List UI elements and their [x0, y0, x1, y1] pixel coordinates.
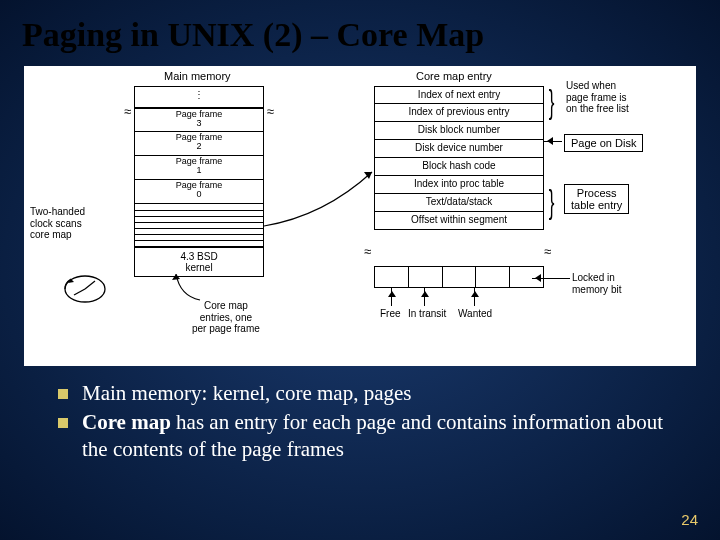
link-arrow-icon [264, 166, 376, 246]
mm-pf1: Page frame 1 [134, 156, 264, 180]
mm-pf0: Page frame 0 [134, 180, 264, 204]
cme-field: Text/data/stack [374, 194, 544, 212]
bit-intransit: In transit [408, 308, 446, 319]
cme-field: Block hash code [374, 158, 544, 176]
page-title: Paging in UNIX (2) – Core Map [0, 0, 720, 62]
bullet-item: Core map has an entry for each page and … [58, 409, 680, 463]
clock-icon [62, 272, 108, 306]
ann-clock: Two-handed clock scans core map [30, 206, 108, 241]
svg-marker-4 [172, 274, 180, 280]
core-map-entry-column: Index of next entry Index of previous en… [374, 86, 544, 230]
diagram-area: Main memory Core map entry ⋮ ≈≈ Page fra… [24, 66, 696, 366]
svg-line-1 [85, 281, 95, 289]
svg-line-2 [74, 289, 85, 295]
callout-page-on-disk: Page on Disk [564, 134, 643, 152]
bit-wanted: Wanted [458, 308, 492, 319]
cme-field: Index of next entry [374, 86, 544, 104]
cme-field: Offset within segment [374, 212, 544, 230]
mm-pf3: Page frame 3 [134, 108, 264, 132]
bullet-list: Main memory: kernel, core map, pages Cor… [0, 366, 720, 463]
bit-row [374, 266, 544, 288]
cme-field: Disk device number [374, 140, 544, 158]
cme-field: Index into proc table [374, 176, 544, 194]
callout-proc-table: Process table entry [564, 184, 629, 214]
bit-free: Free [380, 308, 401, 319]
cme-field: Index of previous entry [374, 104, 544, 122]
cme-field: Disk block number [374, 122, 544, 140]
bullet-icon [58, 418, 68, 428]
bullet-icon [58, 389, 68, 399]
bullet-item: Main memory: kernel, core map, pages [58, 380, 680, 407]
core-map-entry-header: Core map entry [416, 70, 492, 82]
mm-dots: ⋮ [134, 86, 264, 108]
main-memory-column: ⋮ ≈≈ Page frame 3 Page frame 2 Page fram… [134, 86, 264, 277]
mm-coremap-block [134, 204, 264, 247]
main-memory-header: Main memory [164, 70, 231, 82]
mm-pf2: Page frame 2 [134, 132, 264, 156]
arrow-curve-icon [170, 266, 210, 306]
ann-freelist: Used when page frame is on the free list [566, 80, 629, 115]
page-number: 24 [681, 511, 698, 528]
ann-locked: Locked in memory bit [572, 272, 621, 295]
